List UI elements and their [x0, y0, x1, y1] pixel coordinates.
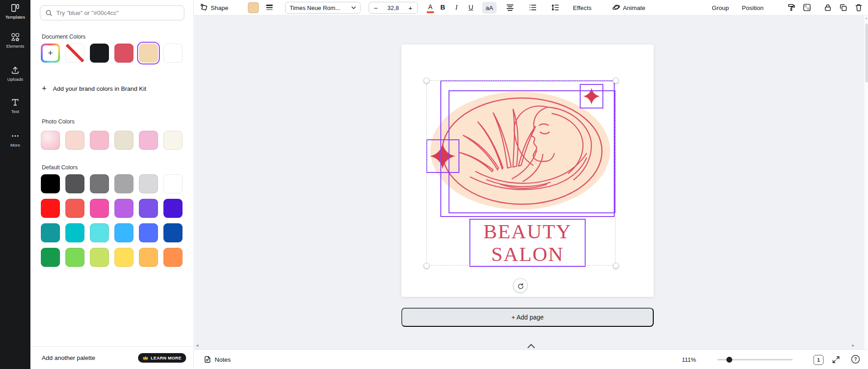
sidebar-item-uploads[interactable]: Uploads — [0, 65, 30, 82]
sidebar-item-text[interactable]: Text — [0, 98, 30, 114]
expand-panel-chevron[interactable] — [527, 344, 535, 349]
resize-handle-top-right[interactable] — [613, 78, 619, 84]
default-color-swatch[interactable] — [163, 223, 182, 242]
font-family-select[interactable]: Times Neue Rom... — [285, 2, 360, 14]
scroll-right-icon[interactable]: ▸ — [852, 343, 854, 348]
default-color-swatch[interactable] — [90, 248, 109, 267]
sidebar-item-more[interactable]: More — [0, 131, 30, 148]
resize-handle-top-left[interactable] — [424, 78, 429, 84]
color-swatch-red[interactable] — [114, 44, 133, 63]
default-color-swatch[interactable] — [114, 199, 133, 218]
sidebar-item-templates[interactable]: Templates — [0, 3, 30, 20]
default-color-swatch[interactable] — [90, 174, 109, 193]
text-color-button[interactable]: A — [426, 3, 435, 13]
default-color-swatch[interactable] — [139, 199, 158, 218]
effects-button[interactable]: Effects — [573, 5, 592, 11]
scroll-left-icon[interactable]: ◂ — [196, 343, 198, 348]
help-icon[interactable]: ? — [851, 354, 860, 364]
rail-item-label: Templates — [0, 15, 30, 20]
fill-color-swatch[interactable] — [248, 2, 259, 13]
scroll-up-icon[interactable]: ▲ — [865, 16, 868, 20]
rail-item-label: Uploads — [0, 77, 30, 82]
add-another-palette-link[interactable]: Add another palette — [42, 354, 95, 361]
vertical-scrollbar[interactable]: ▲ — [864, 15, 868, 349]
text-color-bar — [427, 11, 434, 13]
decrease-font-size-button[interactable]: − — [369, 4, 383, 12]
add-color-swatch[interactable]: + — [41, 44, 60, 63]
default-color-swatch[interactable] — [65, 199, 84, 218]
default-color-swatch[interactable] — [65, 223, 84, 242]
default-color-swatch[interactable] — [163, 174, 182, 193]
animate-icon[interactable] — [612, 3, 621, 12]
default-color-swatch[interactable] — [65, 248, 84, 267]
default-color-swatch[interactable] — [114, 248, 133, 267]
color-swatch-black[interactable] — [90, 44, 109, 63]
notes-button[interactable]: Notes — [203, 355, 231, 364]
list-icon[interactable] — [528, 3, 537, 12]
default-color-swatch[interactable] — [41, 199, 60, 218]
photo-color-swatch[interactable] — [65, 131, 84, 150]
search-box[interactable] — [40, 5, 184, 20]
default-color-swatch[interactable] — [139, 248, 158, 267]
bold-button[interactable]: B — [440, 4, 445, 11]
page-indicator[interactable]: 1 — [814, 355, 824, 365]
case-button[interactable]: aA — [482, 2, 497, 14]
default-color-swatch[interactable] — [41, 248, 60, 267]
group-button[interactable]: Group — [712, 5, 729, 11]
learn-more-label: LEARN MORE — [151, 355, 182, 360]
learn-more-badge[interactable]: LEARN MORE — [138, 353, 186, 363]
delete-icon[interactable] — [854, 3, 863, 12]
photo-color-swatch[interactable] — [139, 131, 158, 150]
font-size-value[interactable]: 32,8 — [383, 5, 404, 11]
default-color-swatch[interactable] — [65, 174, 84, 193]
fullscreen-icon[interactable] — [832, 355, 840, 364]
rotate-handle[interactable] — [513, 278, 528, 293]
default-color-swatch[interactable] — [90, 199, 109, 218]
italic-button[interactable]: I — [455, 4, 458, 11]
zoom-level[interactable]: 111% — [682, 356, 696, 363]
default-color-swatch[interactable] — [41, 223, 60, 242]
default-color-swatch[interactable] — [139, 174, 158, 193]
photo-color-swatch[interactable] — [114, 131, 133, 150]
brand-kit-link[interactable]: + Add your brand colors in Brand Kit — [42, 83, 146, 94]
default-color-swatch[interactable] — [114, 223, 133, 242]
copy-style-icon[interactable] — [787, 3, 796, 12]
color-swatch-white[interactable] — [163, 44, 182, 63]
font-family-value: Times Neue Rom... — [290, 5, 349, 11]
underline-button[interactable]: U — [469, 4, 473, 11]
shape-icon[interactable] — [200, 3, 208, 12]
duplicate-icon[interactable] — [839, 3, 848, 12]
crown-icon — [143, 355, 148, 360]
add-page-button[interactable]: + Add page — [401, 308, 654, 327]
selection-bounding-box[interactable] — [426, 80, 616, 266]
default-colors-row-2 — [41, 199, 182, 218]
photo-color-swatch[interactable] — [90, 131, 109, 150]
resize-handle-bottom-left[interactable] — [424, 263, 429, 269]
default-color-swatch[interactable] — [41, 174, 60, 193]
vertical-scrollbar-thumb[interactable] — [865, 24, 868, 83]
sidebar-item-elements[interactable]: Elements — [0, 32, 30, 49]
default-colors-row-3 — [41, 223, 182, 242]
plus-icon: + — [43, 45, 58, 61]
shape-button[interactable]: Shape — [211, 5, 228, 11]
zoom-slider-thumb[interactable] — [726, 357, 732, 363]
default-color-swatch[interactable] — [90, 223, 109, 242]
increase-font-size-button[interactable]: + — [404, 4, 417, 12]
color-swatch-peach-selected[interactable] — [139, 44, 158, 63]
photo-color-swatch[interactable] — [41, 131, 60, 150]
default-color-swatch[interactable] — [163, 199, 182, 218]
position-button[interactable]: Position — [742, 5, 764, 11]
default-color-swatch[interactable] — [139, 223, 158, 242]
lock-icon[interactable] — [824, 3, 832, 12]
border-style-icon[interactable] — [265, 3, 274, 12]
photo-color-swatch[interactable] — [163, 131, 182, 150]
no-color-swatch[interactable] — [65, 44, 84, 63]
search-input[interactable] — [56, 10, 179, 16]
default-color-swatch[interactable] — [163, 248, 182, 267]
text-align-icon[interactable] — [506, 3, 514, 12]
spacing-icon[interactable] — [551, 3, 560, 12]
transparency-icon[interactable] — [803, 3, 811, 12]
animate-button[interactable]: Animate — [623, 5, 646, 11]
resize-handle-bottom-right[interactable] — [613, 263, 619, 269]
default-color-swatch[interactable] — [114, 174, 133, 193]
